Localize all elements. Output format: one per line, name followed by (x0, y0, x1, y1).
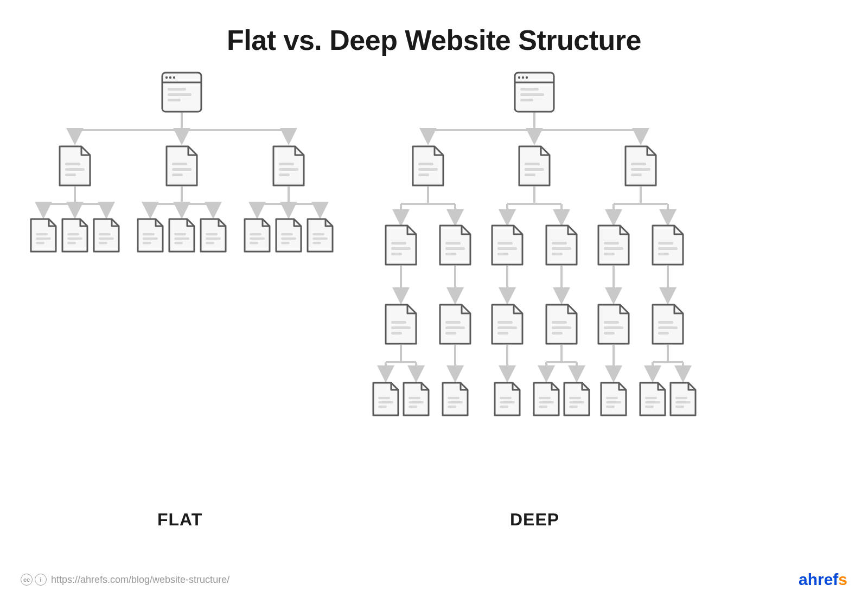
document-page-icon (534, 383, 559, 415)
document-page-icon (653, 226, 683, 265)
document-page-icon (386, 226, 416, 265)
document-page-icon (653, 305, 683, 344)
document-page-icon (138, 219, 163, 252)
document-page-icon (564, 383, 589, 415)
document-page-icon (440, 305, 470, 344)
document-page-icon (492, 226, 522, 265)
document-page-icon (373, 383, 398, 415)
footer: cc i https://ahrefs.com/blog/website-str… (21, 570, 847, 589)
flat-tree (31, 73, 333, 252)
document-page-icon (492, 305, 522, 344)
document-page-icon (31, 219, 56, 252)
document-page-icon (94, 219, 119, 252)
document-page-icon (201, 219, 226, 252)
brand-logo: ahrefs (799, 570, 847, 589)
document-page-icon (413, 146, 443, 185)
document-page-icon (404, 383, 429, 415)
document-page-icon (386, 305, 416, 344)
document-page-icon (598, 305, 629, 344)
cc-license-icon: cc i (21, 574, 47, 586)
document-page-icon (443, 383, 468, 415)
document-page-icon (62, 219, 87, 252)
document-page-icon (245, 219, 270, 252)
document-page-icon (519, 146, 550, 185)
document-page-icon (60, 146, 90, 185)
document-page-icon (440, 226, 470, 265)
document-page-icon (601, 383, 626, 415)
document-page-icon (276, 219, 301, 252)
structure-diagram (0, 0, 868, 604)
deep-label: DEEP (510, 510, 559, 530)
document-page-icon (640, 383, 665, 415)
document-page-icon (495, 383, 520, 415)
document-page-icon (169, 219, 194, 252)
document-page-icon (671, 383, 695, 415)
attribution: cc i https://ahrefs.com/blog/website-str… (21, 574, 229, 586)
document-page-icon (546, 226, 577, 265)
browser-window-icon (162, 73, 201, 112)
deep-tree (373, 73, 695, 415)
document-page-icon (273, 146, 304, 185)
document-page-icon (626, 146, 656, 185)
source-url: https://ahrefs.com/blog/website-structur… (51, 574, 229, 586)
flat-label: FLAT (157, 510, 202, 530)
document-page-icon (598, 226, 629, 265)
document-page-icon (167, 146, 197, 185)
document-page-icon (308, 219, 333, 252)
document-page-icon (546, 305, 577, 344)
browser-window-icon (515, 73, 554, 112)
